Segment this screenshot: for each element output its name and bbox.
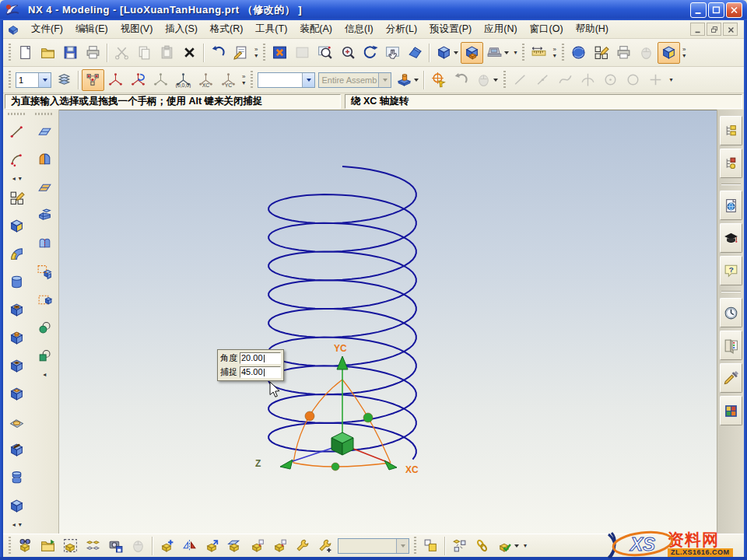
toolbar-overflow-button[interactable]: ▾ <box>511 50 519 56</box>
graphics-viewport[interactable]: YCXCZ 角度20.00捕捉45.00 <box>59 110 717 534</box>
arc-button[interactable] <box>4 146 30 173</box>
snap-value-field[interactable]: 45.00 <box>240 366 281 378</box>
move-component-button[interactable] <box>201 535 223 557</box>
zoom-in-out-button[interactable] <box>336 42 359 64</box>
toolbar-grip-handle[interactable] <box>414 537 416 555</box>
zc-axis-arrow-cone[interactable] <box>280 460 293 469</box>
substitute-component-button[interactable] <box>268 535 291 557</box>
selection-filter-button[interactable] <box>427 69 450 91</box>
visual-effects-button[interactable] <box>658 42 680 64</box>
toolbar-grip-handle[interactable] <box>8 113 26 115</box>
undo-button[interactable] <box>207 42 230 64</box>
menu-item-5[interactable]: 格式(R) <box>204 20 249 38</box>
pad-button[interactable] <box>4 380 30 407</box>
boss-button[interactable] <box>4 324 30 351</box>
copy-button[interactable] <box>133 42 156 64</box>
add-component-button[interactable] <box>156 535 178 557</box>
cut-button[interactable] <box>110 42 133 64</box>
toolbar-overflow-button[interactable]: »▾ <box>680 47 688 59</box>
system-tools-button[interactable] <box>720 363 742 393</box>
angle-value-field[interactable]: 20.00 <box>240 352 281 364</box>
revolved-feature-button[interactable] <box>32 146 58 173</box>
subtract-button[interactable] <box>32 258 58 285</box>
origin-cube-handle[interactable] <box>331 432 353 455</box>
menu-item-8[interactable]: 信息(I) <box>338 20 380 38</box>
toolbar-grip-handle[interactable] <box>9 71 11 89</box>
paste-button[interactable] <box>156 42 178 64</box>
menu-item-2[interactable]: 编辑(E) <box>69 20 114 38</box>
line-button[interactable] <box>4 118 30 145</box>
display-mode-button-dropdown-icon[interactable] <box>454 51 458 54</box>
assembly-navigator-button[interactable] <box>720 116 742 145</box>
handle-move-button[interactable] <box>149 69 172 91</box>
assembly-constraints-button[interactable] <box>223 535 246 557</box>
boolean-target-button[interactable] <box>32 342 58 369</box>
toolbar-grip-handle[interactable] <box>503 71 506 89</box>
toolbar-grip-handle[interactable] <box>251 71 253 89</box>
dynamic-handles-button[interactable] <box>82 69 104 91</box>
layer-combo-dropdown-icon[interactable] <box>38 73 51 87</box>
close-window-button[interactable] <box>726 2 742 18</box>
user-role-button[interactable] <box>567 42 590 64</box>
journal-button[interactable] <box>230 42 252 64</box>
menu-item-4[interactable]: 插入(S) <box>159 20 204 38</box>
arrangements-button[interactable] <box>419 535 442 557</box>
help-button[interactable]: ? <box>720 256 742 285</box>
line-tool-button[interactable] <box>509 69 531 91</box>
clearance-check-button-dropdown-icon[interactable] <box>514 544 519 548</box>
tube-button[interactable] <box>4 268 30 295</box>
wrench-a-button[interactable] <box>291 535 314 557</box>
menu-item-9[interactable]: 分析(L) <box>380 20 423 38</box>
rotate-handle-zc[interactable] <box>363 413 373 422</box>
snap-yc-button[interactable]: YC <box>217 69 240 91</box>
open-file-button[interactable] <box>37 42 59 64</box>
layer-settings-button[interactable] <box>53 69 75 91</box>
toolbar-grip-handle[interactable] <box>9 44 11 62</box>
fit-view-button[interactable] <box>268 42 291 64</box>
mdi-restore-button[interactable] <box>707 23 721 36</box>
slot-button[interactable] <box>4 436 30 463</box>
wrench-plus-button[interactable] <box>314 535 336 557</box>
intersect-button[interactable] <box>32 286 58 313</box>
toolbar-overflow-button[interactable]: ▾ <box>667 77 675 83</box>
selection-combo-dropdown-icon[interactable] <box>302 73 314 87</box>
delete-button[interactable] <box>178 42 201 64</box>
menu-item-3[interactable]: 视图(V) <box>114 20 160 38</box>
menu-item-1[interactable]: 文件(F) <box>25 20 69 38</box>
interpart-links-button[interactable] <box>471 535 493 557</box>
trim-body-button[interactable] <box>32 174 58 201</box>
emboss-button[interactable] <box>4 408 30 435</box>
sketch-task-button[interactable] <box>590 42 612 64</box>
mdi-minimize-button[interactable] <box>690 23 705 36</box>
snapshot-button[interactable] <box>104 535 127 557</box>
revolve-button[interactable] <box>4 240 30 267</box>
pocket-button[interactable] <box>4 352 30 379</box>
layer-combo[interactable]: 1 <box>16 72 51 88</box>
extrude-button[interactable] <box>4 212 30 239</box>
unite-button[interactable] <box>32 230 58 257</box>
toolbar-grip-handle[interactable] <box>9 537 11 555</box>
arrangement-combo-dropdown-icon[interactable] <box>396 539 409 553</box>
mdi-close-button[interactable] <box>723 23 738 36</box>
handle-point-button[interactable] <box>104 69 127 91</box>
perspective-button[interactable] <box>404 42 426 64</box>
arrangement-combo[interactable] <box>338 538 409 554</box>
menu-item-7[interactable]: 装配(A) <box>293 20 338 38</box>
web-browser-button[interactable] <box>720 191 742 220</box>
filter-reset-button[interactable] <box>450 69 472 91</box>
toolbar-overflow-button[interactable]: »▾ <box>240 74 247 86</box>
demo-button[interactable] <box>635 42 658 64</box>
open-component-button[interactable] <box>37 535 59 557</box>
toolbar-overflow-button[interactable]: ◂▾ <box>12 520 22 530</box>
rotate-view-button[interactable] <box>359 42 381 64</box>
yc-axis-arrow-cone[interactable] <box>337 356 348 369</box>
line-point-tool-button[interactable] <box>531 69 554 91</box>
snap-xc-button[interactable]: XC <box>195 69 217 91</box>
menu-item-12[interactable]: 窗口(O) <box>524 20 570 38</box>
create-in-work-button-dropdown-icon[interactable] <box>414 79 419 82</box>
hole-button[interactable] <box>4 296 30 323</box>
sketch-button[interactable] <box>4 184 30 211</box>
rotate-handle-yc[interactable] <box>331 463 339 471</box>
tutorials-button[interactable] <box>720 223 742 253</box>
update-display-button[interactable] <box>291 42 314 64</box>
